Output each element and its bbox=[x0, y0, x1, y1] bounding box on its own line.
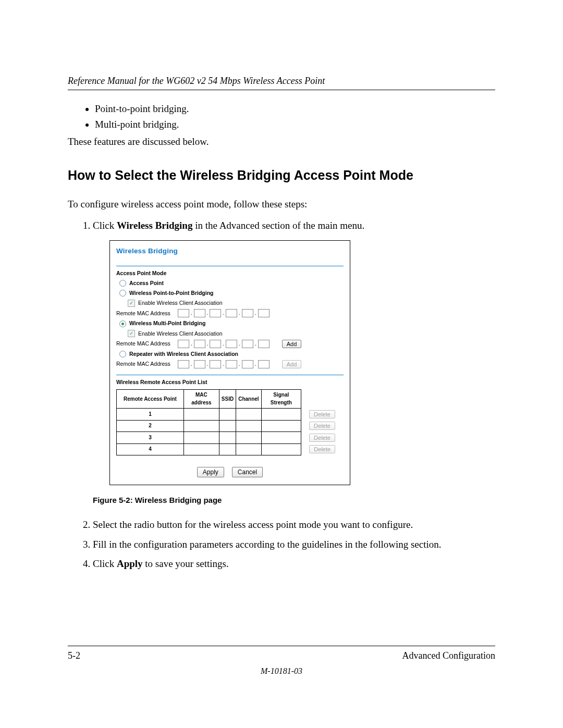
step1-suffix: in the Advanced section of the main menu… bbox=[192, 220, 364, 231]
intro-after: These features are discussed below. bbox=[68, 134, 495, 149]
p2p-mac-label: Remote MAC Address bbox=[116, 310, 170, 317]
apply-button[interactable]: Apply bbox=[197, 467, 224, 477]
table-row: 3 Delete bbox=[117, 432, 344, 444]
footer-page-number: 5-2 bbox=[68, 650, 80, 661]
wireless-bridging-screenshot: Wireless Bridging Access Point Mode Acce… bbox=[109, 240, 350, 485]
col-channel: Channel bbox=[236, 390, 261, 409]
radio-access-point[interactable] bbox=[119, 280, 126, 287]
row-num: 3 bbox=[117, 432, 184, 444]
running-header: Reference Manual for the WG602 v2 54 Mbp… bbox=[68, 76, 495, 87]
mp-assoc-label: Enable Wireless Client Association bbox=[138, 330, 223, 338]
mp-mac-input[interactable]: ..... bbox=[178, 340, 270, 348]
step-3: Fill in the configuration parameters acc… bbox=[93, 537, 495, 552]
divider-2 bbox=[116, 375, 344, 375]
p2p-mac-row: Remote MAC Address ..... bbox=[116, 309, 344, 317]
table-row: 1 Delete bbox=[117, 409, 344, 421]
footer-doc-number: M-10181-03 bbox=[68, 667, 495, 676]
checkbox-p2p-assoc[interactable] bbox=[128, 300, 135, 307]
row-num: 2 bbox=[117, 420, 184, 432]
p2p-mac-input[interactable]: ..... bbox=[178, 309, 270, 317]
radio-access-point-row[interactable]: Access Point bbox=[119, 279, 344, 287]
radio-repeater-row[interactable]: Repeater with Wireless Client Associatio… bbox=[119, 350, 344, 358]
steps-list: Click Wireless Bridging in the Advanced … bbox=[68, 218, 495, 571]
step4-bold: Apply bbox=[117, 558, 143, 569]
cancel-button[interactable]: Cancel bbox=[232, 467, 263, 477]
rep-mac-label: Remote MAC Address bbox=[116, 360, 170, 368]
step-1: Click Wireless Bridging in the Advanced … bbox=[93, 218, 495, 506]
p2p-assoc-row[interactable]: Enable Wireless Client Association bbox=[128, 299, 344, 307]
delete-button: Delete bbox=[309, 410, 335, 418]
radio-access-point-label: Access Point bbox=[129, 279, 164, 287]
divider bbox=[116, 266, 344, 266]
bullet-p2p: Point-to-point bridging. bbox=[95, 102, 495, 116]
footer-rule bbox=[68, 646, 495, 646]
radio-multipoint[interactable] bbox=[119, 320, 126, 327]
radio-p2p-label: Wireless Point-to-Point Bridging bbox=[129, 289, 213, 297]
col-rap: Remote Access Point bbox=[117, 390, 184, 409]
bullet-multi: Multi-point bridging. bbox=[95, 117, 495, 132]
rep-mac-row: Remote MAC Address ..... Add bbox=[116, 360, 344, 368]
radio-multipoint-label: Wireless Multi-Point Bridging bbox=[129, 319, 205, 327]
col-mac: MAC address bbox=[184, 390, 219, 409]
figure-caption: Figure 5-2: Wireless Bridging page bbox=[93, 495, 495, 506]
step4-prefix: Click bbox=[93, 558, 117, 569]
mp-mac-label: Remote MAC Address bbox=[116, 340, 170, 348]
rep-mac-input[interactable]: ..... bbox=[178, 360, 270, 368]
remote-list-heading: Wireless Remote Access Point List bbox=[116, 378, 344, 386]
row-num: 1 bbox=[117, 409, 184, 421]
step1-prefix: Click bbox=[93, 220, 117, 231]
section-heading: How to Select the Wireless Bridging Acce… bbox=[68, 166, 495, 184]
page-footer: 5-2 Advanced Configuration M-10181-03 bbox=[68, 646, 495, 676]
radio-multipoint-row[interactable]: Wireless Multi-Point Bridging bbox=[119, 319, 344, 327]
col-ssid: SSID bbox=[219, 390, 236, 409]
lead-paragraph: To configure wireless access point mode,… bbox=[68, 197, 495, 212]
ap-mode-heading: Access Point Mode bbox=[116, 269, 344, 277]
rep-add-button: Add bbox=[282, 360, 302, 368]
checkbox-mp-assoc[interactable] bbox=[128, 330, 135, 337]
step1-bold: Wireless Bridging bbox=[117, 220, 193, 231]
header-rule bbox=[68, 90, 495, 90]
mp-assoc-row[interactable]: Enable Wireless Client Association bbox=[128, 330, 344, 338]
table-row: 4 Delete bbox=[117, 443, 344, 455]
delete-button: Delete bbox=[309, 445, 335, 453]
step4-suffix: to save your settings. bbox=[143, 558, 229, 569]
footer-section: Advanced Configuration bbox=[402, 650, 495, 661]
mp-add-button[interactable]: Add bbox=[282, 340, 302, 348]
radio-p2p-row[interactable]: Wireless Point-to-Point Bridging bbox=[119, 289, 344, 297]
intro-bullets: Point-to-point bridging. Multi-point bri… bbox=[68, 102, 495, 131]
table-row: 2 Delete bbox=[117, 420, 344, 432]
delete-button: Delete bbox=[309, 434, 335, 442]
row-num: 4 bbox=[117, 443, 184, 455]
panel-title: Wireless Bridging bbox=[116, 246, 344, 256]
step-2: Select the radio button for the wireless… bbox=[93, 517, 495, 532]
col-signal: Signal Strength bbox=[261, 390, 301, 409]
remote-ap-table: Remote Access Point MAC address SSID Cha… bbox=[116, 389, 344, 455]
radio-repeater[interactable] bbox=[119, 351, 126, 357]
radio-p2p[interactable] bbox=[119, 290, 126, 297]
delete-button: Delete bbox=[309, 422, 335, 430]
p2p-assoc-label: Enable Wireless Client Association bbox=[138, 299, 223, 307]
mp-mac-row: Remote MAC Address ..... Add bbox=[116, 340, 344, 348]
step-4: Click Apply to save your settings. bbox=[93, 557, 495, 571]
radio-repeater-label: Repeater with Wireless Client Associatio… bbox=[129, 350, 238, 358]
